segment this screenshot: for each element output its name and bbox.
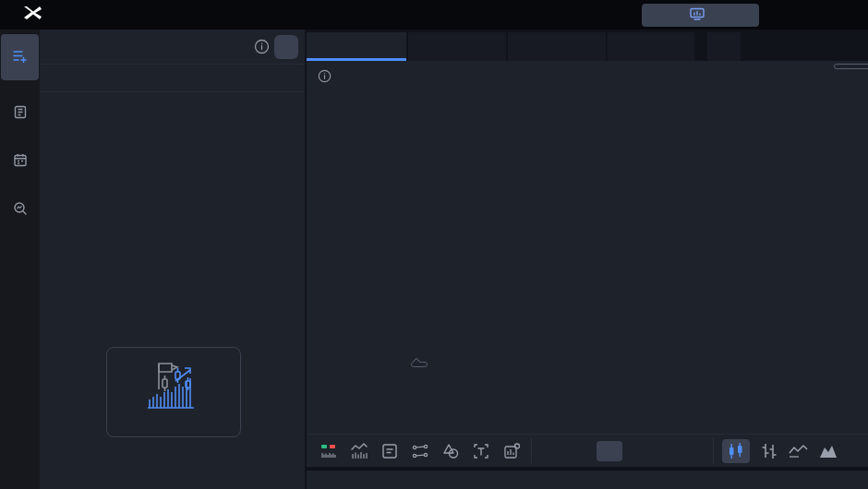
timeframe-m15[interactable] [565,441,595,461]
new-tab-button[interactable] [707,32,741,61]
objects-tool-icon[interactable] [501,441,522,461]
webtrader-button[interactable] [642,4,759,27]
info-icon[interactable] [254,39,271,55]
forecasts-search-icon [13,201,28,216]
portfolio-panel[interactable] [307,469,868,489]
timeframe-more[interactable] [683,441,707,461]
lines-tool-icon[interactable] [410,441,430,461]
timeframe-d1[interactable] [656,441,681,461]
time-axis[interactable] [307,414,868,433]
watchlist-empty-state [106,347,241,437]
calendar-icon [13,153,28,167]
tab-usdjpy-h1[interactable] [608,32,694,61]
candles-type-icon[interactable] [722,439,750,463]
main-column [307,30,868,489]
line-type-icon[interactable] [785,439,813,463]
tab-gbpusd-h1[interactable] [408,32,506,61]
webtrader-app [0,0,868,489]
timeframe-h1[interactable] [597,441,622,461]
timeframe-m1[interactable] [537,441,561,461]
watchlist-column-headers [40,66,305,92]
toolbar-separator [713,437,714,463]
timeframe-h4[interactable] [626,441,652,461]
tab-usdchf-h1[interactable] [508,32,606,61]
tab-eurusd-h1[interactable] [307,32,406,61]
toolbar-separator [531,437,532,463]
bars-type-icon[interactable] [755,439,783,463]
info-icon[interactable] [318,69,332,83]
brand-logo [20,2,48,28]
display-settings-icon[interactable] [319,441,339,461]
area-type-icon[interactable] [814,439,842,463]
chart-tab-bar [307,30,868,61]
chart-toolbar [307,434,868,466]
ohlc-info-row [318,66,420,85]
events-icon[interactable] [380,441,400,461]
shapes-tool-icon[interactable] [440,441,461,461]
webtrader-monitor-icon [690,7,705,23]
chart-panel [307,61,868,467]
add-symbol-button[interactable] [274,35,298,59]
candlestick-chart[interactable] [307,88,868,413]
max-price-badge [834,64,868,69]
watchlist-panel [40,30,305,489]
text-tool-icon[interactable] [471,441,491,461]
min-price-badge [411,362,428,367]
sidebar-item-watchlist[interactable] [1,34,39,80]
logo-x-icon [20,1,44,29]
top-bar [0,0,868,30]
sidebar-item-forecasts[interactable] [1,186,39,233]
watchlist-header [40,30,305,65]
sidebar [0,30,40,489]
watchlist-list-plus-icon [12,49,28,63]
indicators-icon[interactable] [349,441,369,461]
news-icon [13,105,28,119]
empty-watchlist-illustration [135,359,212,416]
sidebar-item-calendar[interactable] [1,138,39,185]
sidebar-item-news[interactable] [1,90,39,137]
